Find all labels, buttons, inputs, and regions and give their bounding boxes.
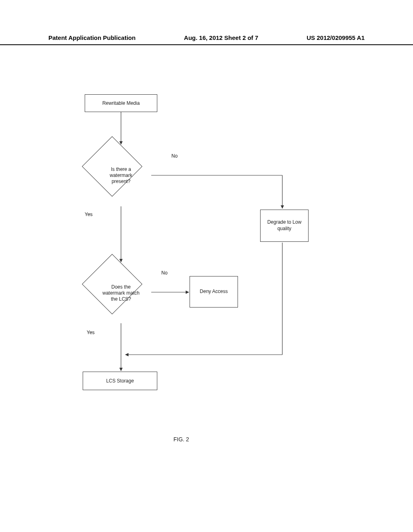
edge-label-d1-no: No	[171, 153, 177, 159]
degrade-label: Degrade to Low quality	[264, 219, 305, 232]
edge-label-d2-yes: Yes	[87, 330, 95, 335]
deny-label: Deny Access	[200, 289, 227, 295]
header-right: US 2012/0209955 A1	[307, 34, 365, 41]
storage-label: LCS Storage	[106, 378, 134, 384]
edge-label-d2-no: No	[161, 270, 167, 276]
page-header: Patent Application Publication Aug. 16, …	[0, 34, 413, 45]
header-left: Patent Application Publication	[48, 34, 136, 41]
node-deny-access: Deny Access	[190, 276, 238, 308]
flowchart: Rewritable Media Is there a watermark pr…	[40, 81, 371, 443]
node-rewritable-media: Rewritable Media	[85, 94, 157, 112]
figure-caption: FIG. 2	[173, 436, 189, 443]
node-label: Rewritable Media	[102, 100, 140, 106]
edge-label-d1-yes: Yes	[85, 212, 93, 217]
node-lcs-storage: LCS Storage	[83, 372, 157, 390]
header-center: Aug. 16, 2012 Sheet 2 of 7	[184, 34, 258, 41]
node-degrade: Degrade to Low quality	[260, 210, 309, 242]
